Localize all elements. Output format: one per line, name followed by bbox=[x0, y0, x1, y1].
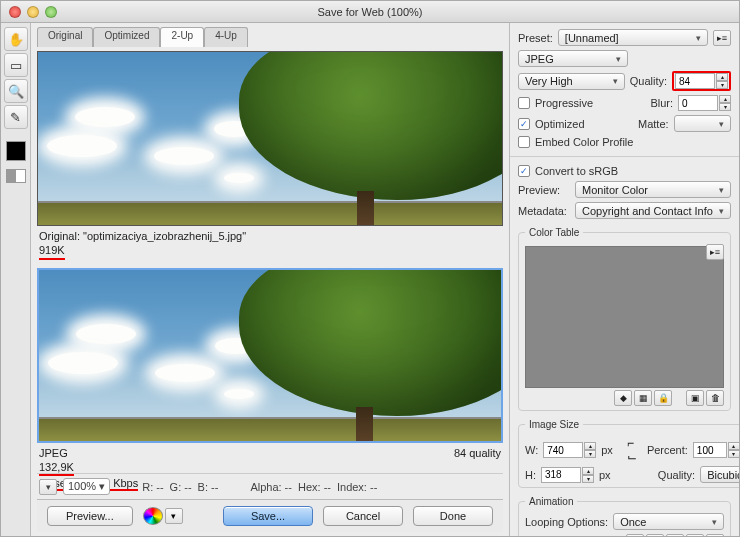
convert-srgb-checkbox[interactable] bbox=[518, 165, 530, 177]
animation-section: Animation Looping Options: Once▾ 1 of 1 … bbox=[518, 496, 731, 536]
ct-btn-2[interactable]: ▦ bbox=[634, 390, 652, 406]
resample-quality-label: Quality: bbox=[658, 469, 695, 481]
slice-select-tool[interactable]: ▭ bbox=[4, 53, 28, 77]
ct-trash-icon[interactable]: 🗑 bbox=[706, 390, 724, 406]
original-image[interactable] bbox=[37, 51, 503, 226]
width-stepper[interactable]: ▴▾ bbox=[584, 442, 596, 458]
quality-field[interactable]: ▴▾ bbox=[672, 71, 731, 91]
quality-label: Quality: bbox=[630, 75, 667, 87]
anim-prev-icon[interactable]: ◀ bbox=[646, 534, 664, 536]
original-caption: Original: "optimizaciya_izobrazhenij_5.j… bbox=[37, 226, 503, 260]
info-bar: ▾ 100% ▾ R: -- G: -- B: -- Alpha: -- Hex… bbox=[37, 473, 503, 499]
animation-title: Animation bbox=[525, 496, 577, 507]
info-index: Index: -- bbox=[337, 481, 377, 493]
matte-select[interactable]: ▾ bbox=[674, 115, 731, 132]
quality-stepper[interactable]: ▴▾ bbox=[716, 73, 728, 89]
frame-count: 1 of 1 bbox=[593, 535, 621, 536]
close-icon[interactable] bbox=[9, 6, 21, 18]
preset-menu-icon[interactable]: ▸≡ bbox=[713, 30, 731, 46]
zoom-tool[interactable]: 🔍 bbox=[4, 79, 28, 103]
optimized-image[interactable] bbox=[37, 268, 503, 443]
format-select[interactable]: JPEG▾ bbox=[518, 50, 628, 67]
window-title: Save for Web (100%) bbox=[9, 6, 731, 18]
preview-color-select[interactable]: Monitor Color▾ bbox=[575, 181, 731, 198]
tab-2up[interactable]: 2-Up bbox=[160, 27, 204, 47]
optimized-quality-text: 84 quality bbox=[454, 446, 501, 460]
metadata-select[interactable]: Copyright and Contact Info▾ bbox=[575, 202, 731, 219]
preview-color-label: Preview: bbox=[518, 184, 570, 196]
zoom-icon[interactable] bbox=[45, 6, 57, 18]
embed-profile-checkbox[interactable] bbox=[518, 136, 530, 148]
blur-field[interactable]: ▴▾ bbox=[678, 95, 731, 111]
anim-next-icon[interactable]: ▶| bbox=[686, 534, 704, 536]
ct-btn-1[interactable]: ◆ bbox=[614, 390, 632, 406]
titlebar: Save for Web (100%) bbox=[1, 1, 739, 23]
progressive-checkbox[interactable] bbox=[518, 97, 530, 109]
height-stepper[interactable]: ▴▾ bbox=[582, 467, 594, 483]
percent-label: Percent: bbox=[647, 444, 688, 456]
convert-srgb-label: Convert to sRGB bbox=[535, 165, 618, 177]
window-content: ✋ ▭ 🔍 ✎ Original Optimized 2-Up 4-Up bbox=[1, 23, 739, 536]
info-b: B: -- bbox=[198, 481, 219, 493]
browser-preview-icon[interactable] bbox=[143, 507, 163, 525]
h-label: H: bbox=[525, 469, 536, 481]
optimized-format: JPEG bbox=[39, 446, 68, 460]
color-table-menu-icon[interactable]: ▸≡ bbox=[706, 244, 724, 260]
chevron-down-icon: ▾ bbox=[696, 33, 701, 43]
original-filename: Original: "optimizaciya_izobrazhenij_5.j… bbox=[39, 229, 501, 243]
foreground-swatch[interactable] bbox=[6, 141, 26, 161]
original-panel: Original: "optimizaciya_izobrazhenij_5.j… bbox=[37, 51, 503, 260]
slice-visibility-toggle[interactable] bbox=[6, 169, 26, 183]
chevron-down-icon: ▾ bbox=[613, 76, 618, 86]
eyedropper-tool[interactable]: ✎ bbox=[4, 105, 28, 129]
blur-stepper[interactable]: ▴▾ bbox=[719, 95, 731, 111]
ct-new-icon[interactable]: ▣ bbox=[686, 390, 704, 406]
anim-play-icon[interactable]: ▶ bbox=[666, 534, 684, 536]
embed-profile-label: Embed Color Profile bbox=[535, 136, 633, 148]
view-tabs: Original Optimized 2-Up 4-Up bbox=[37, 27, 503, 47]
color-table-title: Color Table bbox=[525, 227, 583, 238]
preview-panels: Original: "optimizaciya_izobrazhenij_5.j… bbox=[37, 51, 503, 469]
image-size-title: Image Size bbox=[525, 419, 583, 430]
height-input[interactable] bbox=[541, 467, 581, 483]
hand-tool[interactable]: ✋ bbox=[4, 27, 28, 51]
ct-lock-icon[interactable]: 🔒 bbox=[654, 390, 672, 406]
anim-last-icon[interactable]: ⏭ bbox=[706, 534, 724, 536]
tab-original[interactable]: Original bbox=[37, 27, 93, 47]
preset-select[interactable]: [Unnamed]▾ bbox=[558, 29, 708, 46]
preset-label: Preset: bbox=[518, 32, 553, 44]
blur-label: Blur: bbox=[650, 97, 673, 109]
tab-4up[interactable]: 4-Up bbox=[204, 27, 248, 47]
infobar-menu-icon[interactable]: ▾ bbox=[39, 479, 57, 495]
original-filesize: 919K bbox=[39, 243, 65, 259]
save-button[interactable]: Save... bbox=[223, 506, 313, 526]
percent-input[interactable] bbox=[693, 442, 727, 458]
quality-input[interactable] bbox=[675, 73, 715, 89]
metadata-label: Metadata: bbox=[518, 205, 570, 217]
link-icon[interactable]: ⌐⌙ bbox=[627, 436, 637, 464]
matte-label: Matte: bbox=[638, 118, 669, 130]
looping-label: Looping Options: bbox=[525, 516, 608, 528]
color-table-grid[interactable] bbox=[525, 246, 724, 388]
optimized-panel: JPEG 84 quality 132,9K 25 sec @ 56.6 Kbp… bbox=[37, 268, 503, 491]
resample-quality-select[interactable]: Bicubic▾ bbox=[700, 466, 739, 483]
zoom-select[interactable]: 100% ▾ bbox=[63, 478, 110, 495]
percent-stepper[interactable]: ▴▾ bbox=[728, 442, 739, 458]
save-for-web-window: Save for Web (100%) ✋ ▭ 🔍 ✎ Original Opt… bbox=[0, 0, 740, 537]
blur-input[interactable] bbox=[678, 95, 718, 111]
minimize-icon[interactable] bbox=[27, 6, 39, 18]
info-g: G: -- bbox=[170, 481, 192, 493]
looping-select[interactable]: Once▾ bbox=[613, 513, 724, 530]
tool-column: ✋ ▭ 🔍 ✎ bbox=[1, 23, 31, 536]
anim-first-icon[interactable]: ⏮ bbox=[626, 534, 644, 536]
done-button[interactable]: Done bbox=[413, 506, 493, 526]
optimized-checkbox[interactable] bbox=[518, 118, 530, 130]
settings-sidebar: Preset: [Unnamed]▾ ▸≡ JPEG▾ Very High▾ Q… bbox=[509, 23, 739, 536]
optimized-label: Optimized bbox=[535, 118, 585, 130]
browser-preview-menu[interactable]: ▾ bbox=[165, 508, 183, 524]
quality-preset-select[interactable]: Very High▾ bbox=[518, 73, 625, 90]
tab-optimized[interactable]: Optimized bbox=[93, 27, 160, 47]
width-input[interactable] bbox=[543, 442, 583, 458]
preview-button[interactable]: Preview... bbox=[47, 506, 133, 526]
cancel-button[interactable]: Cancel bbox=[323, 506, 403, 526]
